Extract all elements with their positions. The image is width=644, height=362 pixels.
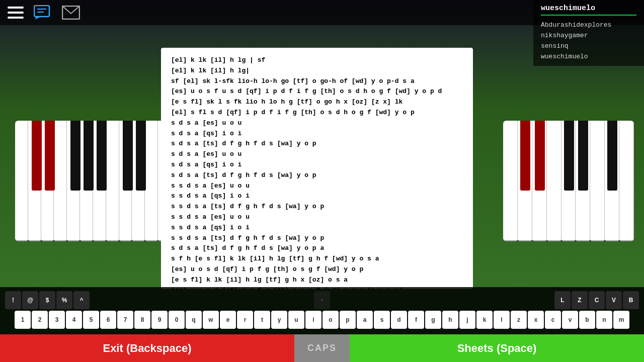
key-7[interactable]: 7 [117, 311, 133, 329]
piano-left [15, 121, 171, 241]
key-d[interactable]: d [391, 311, 407, 329]
key-C[interactable]: C [589, 291, 605, 309]
key-4[interactable]: 4 [66, 311, 82, 329]
key-V[interactable]: V [606, 291, 622, 309]
key-s[interactable]: s [374, 311, 390, 329]
mail-icon[interactable] [62, 6, 80, 20]
key-k[interactable]: k [476, 311, 493, 329]
key-percent[interactable]: % [56, 291, 72, 309]
key-a[interactable]: a [357, 311, 373, 329]
sheet-panel: [el] k lk [il] h lg | sf [el] k lk [il] … [161, 48, 473, 289]
key-2[interactable]: 2 [32, 311, 48, 329]
key-w[interactable]: w [203, 311, 219, 329]
main-keys-row: 1 2 3 4 5 6 7 8 9 0 q w e r t y u i o p … [5, 311, 639, 329]
key-f[interactable]: f [408, 311, 424, 329]
current-username: wueschimuelo [541, 4, 636, 13]
key-z[interactable]: z [511, 311, 527, 329]
black-key[interactable] [136, 121, 146, 191]
black-key[interactable] [578, 121, 588, 191]
key-L[interactable]: L [554, 291, 571, 309]
username-underline [541, 15, 636, 16]
key-5[interactable]: 5 [83, 311, 99, 329]
black-key[interactable] [70, 121, 80, 191]
white-key[interactable] [106, 121, 119, 241]
key-v[interactable]: v [562, 311, 578, 329]
key-c[interactable]: c [545, 311, 561, 329]
black-key-red[interactable] [45, 121, 55, 191]
key-dot[interactable]: · [314, 291, 330, 309]
player-list: wueschimuelo Abdurashidexplores nikshayg… [533, 0, 644, 66]
black-key[interactable] [84, 121, 94, 191]
key-6[interactable]: 6 [100, 311, 116, 329]
key-3[interactable]: 3 [49, 311, 65, 329]
key-at[interactable]: @ [22, 291, 38, 309]
key-0[interactable]: 0 [169, 311, 185, 329]
key-p[interactable]: p [340, 311, 356, 329]
key-o[interactable]: o [323, 311, 339, 329]
key-r[interactable]: r [237, 311, 253, 329]
white-key[interactable] [54, 121, 67, 241]
black-key-red[interactable] [32, 121, 42, 191]
white-key[interactable] [547, 121, 561, 241]
player-item-1[interactable]: nikshaygamer [541, 30, 636, 41]
sheets-button[interactable]: Sheets (Space) [350, 334, 644, 362]
key-B[interactable]: B [623, 291, 639, 309]
black-key-red[interactable] [520, 121, 530, 191]
svg-rect-0 [34, 6, 49, 17]
key-g[interactable]: g [425, 311, 441, 329]
key-caret[interactable]: ^ [73, 291, 90, 309]
key-u[interactable]: u [288, 311, 304, 329]
black-key[interactable] [123, 121, 133, 191]
key-b[interactable]: b [579, 311, 595, 329]
key-j[interactable]: j [459, 311, 475, 329]
key-i[interactable]: i [305, 311, 321, 329]
player-item-0[interactable]: Abdurashidexplores [541, 20, 636, 30]
key-1[interactable]: 1 [15, 311, 31, 329]
hamburger-menu-icon[interactable] [8, 7, 24, 19]
key-e[interactable]: e [220, 311, 236, 329]
bottom-keyboard: ! @ $ % ^ · L Z C V B 1 2 3 4 5 6 7 8 9 … [0, 287, 644, 334]
key-x[interactable]: x [528, 311, 544, 329]
white-key[interactable] [15, 121, 28, 241]
key-q[interactable]: q [186, 311, 202, 329]
key-Z[interactable]: Z [572, 291, 588, 309]
key-h[interactable]: h [442, 311, 458, 329]
key-y[interactable]: y [271, 311, 287, 329]
chat-icon[interactable] [34, 5, 52, 20]
key-l[interactable]: l [494, 311, 510, 329]
player-item-3[interactable]: wueschimuelo [541, 51, 636, 62]
black-key[interactable] [607, 121, 617, 191]
key-exclaim[interactable]: ! [5, 291, 21, 309]
white-key[interactable] [590, 121, 605, 241]
white-key[interactable] [503, 121, 518, 241]
key-dollar[interactable]: $ [39, 291, 55, 309]
player-item-2[interactable]: sensinq [541, 41, 636, 51]
exit-button[interactable]: Exit (Backspace) [0, 334, 294, 362]
black-key[interactable] [564, 121, 574, 191]
bottom-actions: Exit (Backspace) CAPS Sheets (Space) [0, 334, 644, 362]
black-key-red[interactable] [535, 121, 545, 191]
white-key[interactable] [619, 121, 634, 241]
sheet-content: [el] k lk [il] h lg | sf [el] k lk [il] … [171, 55, 463, 289]
key-9[interactable]: 9 [151, 311, 168, 329]
black-key[interactable] [97, 121, 107, 191]
piano-right [503, 121, 634, 241]
caps-button[interactable]: CAPS [294, 334, 350, 362]
special-keys-top-row: ! @ $ % ^ · L Z C V B [5, 291, 639, 309]
key-m[interactable]: m [613, 311, 629, 329]
key-n[interactable]: n [596, 311, 612, 329]
piano-body-left [15, 121, 171, 241]
key-8[interactable]: 8 [134, 311, 150, 329]
piano-body-right [503, 121, 634, 241]
white-key[interactable] [145, 121, 158, 241]
key-t[interactable]: t [254, 311, 270, 329]
